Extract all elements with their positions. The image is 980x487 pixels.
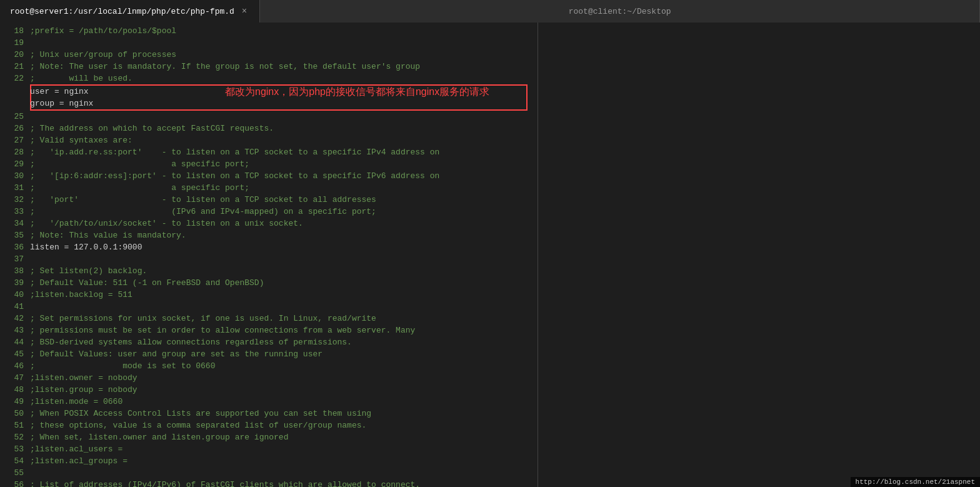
- code-line: 43; permissions must be set in order to …: [0, 324, 538, 336]
- line-text-32: ; 'port' - to listen on a TCP socket to …: [30, 194, 376, 206]
- line-number-53: 53: [5, 443, 24, 455]
- code-line: 47;listen.owner = nobody: [0, 372, 538, 384]
- code-line: 42; Set permissions for unix socket, if …: [0, 313, 538, 324]
- code-line: 30; '[ip:6:addr:ess]:port' - to listen o…: [0, 170, 538, 182]
- line-number-25: 25: [5, 111, 24, 123]
- line-text-31: ; a specific port;: [30, 182, 249, 194]
- code-line: 20; Unix user/group of processes: [0, 49, 538, 61]
- line-number-19: 19: [5, 37, 24, 49]
- line-text-23: user = nginx: [30, 86, 89, 98]
- line-number-39: 39: [5, 277, 24, 289]
- code-line: 39; Default Value: 511 (-1 on FreeBSD an…: [0, 277, 538, 289]
- code-line: 45; Default Values: user and group are s…: [0, 348, 538, 360]
- line-number-42: 42: [5, 313, 24, 324]
- line-text-33: ; (IPv6 and IPv4-mapped) on a specific p…: [30, 206, 376, 218]
- code-line: 33; (IPv6 and IPv4-mapped) on a specific…: [0, 206, 538, 218]
- line-number-40: 40: [5, 289, 24, 301]
- line-number-18: 18: [5, 25, 24, 37]
- line-text-49: ;listen.mode = 0660: [30, 396, 122, 408]
- code-line: 54;listen.acl_groups =: [0, 455, 538, 467]
- code-line: 32; 'port' - to listen on a TCP socket t…: [0, 194, 538, 206]
- line-number-51: 51: [5, 419, 24, 431]
- code-line: 24group = nginx: [31, 98, 526, 109]
- line-number-31: 31: [5, 182, 24, 194]
- code-line: 56; List of addresses (IPv4/IPv6) of Fas…: [0, 479, 538, 487]
- tab-client[interactable]: root@client:~/Desktop: [260, 0, 980, 23]
- line-text-47: ;listen.owner = nobody: [30, 372, 138, 384]
- line-text-48: ;listen.group = nobody: [30, 384, 138, 396]
- url-text: http://blog.csdn.net/21aspnet: [856, 478, 975, 486]
- line-number-35: 35: [5, 229, 24, 241]
- tab-close-server[interactable]: ×: [239, 5, 249, 18]
- line-text-35: ; Note: This value is mandatory.: [30, 229, 186, 241]
- line-text-30: ; '[ip:6:addr:ess]:port' - to listen on …: [30, 170, 439, 182]
- tab-client-label: root@client:~/Desktop: [569, 7, 671, 16]
- line-text-52: ; When set, listen.owner and listen.grou…: [30, 431, 288, 443]
- line-number-20: 20: [5, 49, 24, 61]
- line-number-38: 38: [5, 265, 24, 277]
- line-text-53: ;listen.acl_users =: [30, 443, 122, 455]
- code-line: 55: [0, 467, 538, 479]
- line-text-54: ;listen.acl_groups =: [30, 455, 128, 467]
- code-line: 19: [0, 37, 538, 49]
- line-number-44: 44: [5, 336, 24, 348]
- line-number-50: 50: [5, 408, 24, 419]
- code-line: 41: [0, 301, 538, 313]
- line-text-46: ; mode is set to 0660: [30, 360, 215, 372]
- line-number-56: 56: [5, 479, 24, 487]
- code-line: 49;listen.mode = 0660: [0, 396, 538, 408]
- terminal-container: root@server1:/usr/local/lnmp/php/etc/php…: [0, 0, 980, 487]
- code-line: 21; Note: The user is mandatory. If the …: [0, 61, 538, 73]
- line-text-38: ; Set listen(2) backlog.: [30, 265, 147, 277]
- line-text-28: ; 'ip.add.re.ss:port' - to listen on a T…: [30, 146, 439, 158]
- line-number-34: 34: [5, 218, 24, 229]
- code-line: 46; mode is set to 0660: [0, 360, 538, 372]
- line-text-40: ;listen.backlog = 511: [30, 289, 132, 301]
- code-line: 51; these options, value is a comma sepa…: [0, 419, 538, 431]
- highlight-wrapper: 都改为nginx，因为php的接收信号都将来自nginx服务的请求23user …: [0, 84, 538, 111]
- tab-bar: root@server1:/usr/local/lnmp/php/etc/php…: [0, 0, 980, 23]
- line-number-49: 49: [5, 396, 24, 408]
- line-number-36: 36: [5, 241, 24, 253]
- line-text-34: ; '/path/to/unix/socket' - to listen on …: [30, 218, 303, 229]
- code-line: 35; Note: This value is mandatory.: [0, 229, 538, 241]
- line-text-18: ;prefix = /path/to/pools/$pool: [30, 25, 176, 37]
- code-line: 26; The address on which to accept FastC…: [0, 123, 538, 134]
- line-text-56: ; List of addresses (IPv4/IPv6) of FastC…: [30, 479, 420, 487]
- right-pane: [538, 23, 980, 487]
- editor-pane[interactable]: 18;prefix = /path/to/pools/$pool1920; Un…: [0, 23, 538, 487]
- line-text-43: ; permissions must be set in order to al…: [30, 324, 415, 336]
- code-line: 37: [0, 253, 538, 265]
- code-content: 18;prefix = /path/to/pools/$pool1920; Un…: [0, 23, 538, 487]
- line-text-20: ; Unix user/group of processes: [30, 49, 176, 61]
- line-number-32: 32: [5, 194, 24, 206]
- code-line: 40;listen.backlog = 511: [0, 289, 538, 301]
- line-number-47: 47: [5, 372, 24, 384]
- line-text-21: ; Note: The user is mandatory. If the gr…: [30, 61, 420, 73]
- line-text-50: ; When POSIX Access Control Lists are su…: [30, 408, 371, 419]
- line-text-51: ; these options, value is a comma separa…: [30, 419, 366, 431]
- line-text-36: listen = 127.0.0.1:9000: [30, 241, 142, 253]
- tab-server-label: root@server1:/usr/local/lnmp/php/etc/php…: [10, 7, 234, 16]
- line-number-30: 30: [5, 170, 24, 182]
- line-number-26: 26: [5, 123, 24, 134]
- line-number-45: 45: [5, 348, 24, 360]
- line-text-39: ; Default Value: 511 (-1 on FreeBSD and …: [30, 277, 264, 289]
- line-number-48: 48: [5, 384, 24, 396]
- line-number-43: 43: [5, 324, 24, 336]
- line-number-55: 55: [5, 467, 24, 479]
- tab-server[interactable]: root@server1:/usr/local/lnmp/php/etc/php…: [0, 0, 260, 23]
- line-text-26: ; The address on which to accept FastCGI…: [30, 123, 274, 134]
- line-number-29: 29: [5, 158, 24, 170]
- code-line: 48;listen.group = nobody: [0, 384, 538, 396]
- line-text-29: ; a specific port;: [30, 158, 249, 170]
- line-text-22: ; will be used.: [30, 73, 132, 84]
- line-number-46: 46: [5, 360, 24, 372]
- line-text-45: ; Default Values: user and group are set…: [30, 348, 322, 360]
- line-text-24: group = nginx: [30, 98, 93, 109]
- code-line: 44; BSD-derived systems allow connection…: [0, 336, 538, 348]
- line-number-41: 41: [5, 301, 24, 313]
- code-line: 38; Set listen(2) backlog.: [0, 265, 538, 277]
- line-text-27: ; Valid syntaxes are:: [30, 134, 132, 146]
- line-number-33: 33: [5, 206, 24, 218]
